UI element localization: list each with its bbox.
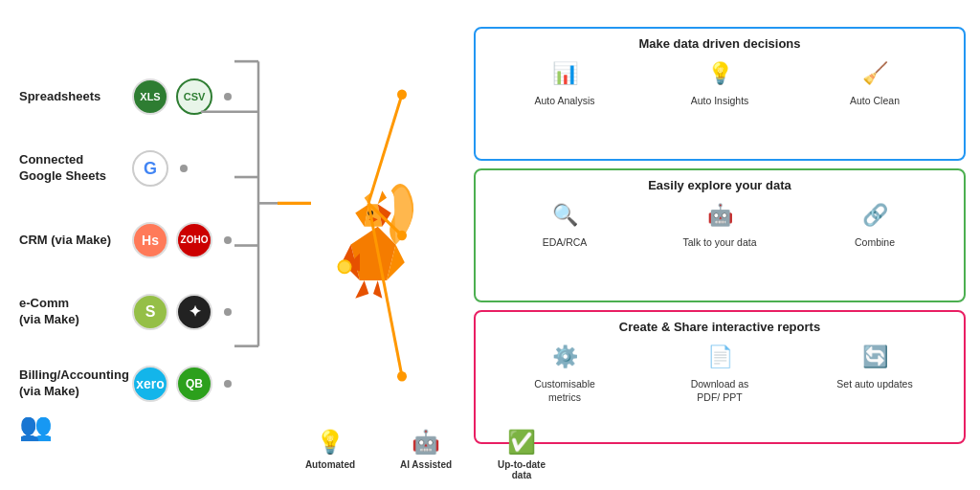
source-row-4: Billing/Accounting (via Make)xeroQB <box>19 360 287 408</box>
connector-dot-1 <box>180 165 188 172</box>
squirrel-illustration <box>311 164 435 307</box>
feature-icons-row-1: 🔍EDA/RCA🤖Talk to your data🔗Combine <box>487 198 952 250</box>
bottom-badges: 💡Automated🤖AI Assisted✅Up-to-date data <box>297 429 555 480</box>
bottom-badge-icon-2: ✅ <box>507 429 536 456</box>
feature-label-0-2: Auto Clean <box>850 95 900 108</box>
feature-item-1-2: 🔗Combine <box>836 198 913 250</box>
feature-item-0-1: 💡Auto Insights <box>681 56 758 108</box>
feature-label-0-1: Auto Insights <box>691 95 749 108</box>
connector-dot-0 <box>224 93 232 100</box>
bottom-left-section: 👥 <box>19 411 287 442</box>
bottom-badge-label-1: AI Assisted <box>400 459 452 470</box>
feature-icons-row-0: 📊Auto Analysis💡Auto Insights🧹Auto Clean <box>487 56 952 108</box>
source-icon-csv: CSV <box>176 78 212 115</box>
feature-item-0-2: 🧹Auto Clean <box>836 56 913 108</box>
svg-point-24 <box>397 90 407 100</box>
feature-icon-2-1: 📄 <box>701 340 739 374</box>
source-label-3: e-Comm (via Make) <box>19 296 124 328</box>
connector-dot-2 <box>224 236 232 244</box>
feature-label-0-0: Auto Analysis <box>534 95 594 108</box>
bottom-badge-1: 🤖AI Assisted <box>392 429 459 470</box>
svg-point-28 <box>397 371 407 382</box>
source-row-2: CRM (via Make)HsZOHO <box>19 216 287 264</box>
source-row-1: Connected Google SheetsG <box>19 145 287 192</box>
feature-icon-0-1: 💡 <box>701 56 739 91</box>
feature-label-2-0: Customisable metrics <box>526 378 603 404</box>
feature-item-0-0: 📊Auto Analysis <box>526 56 603 108</box>
source-icon-google: G <box>132 150 168 187</box>
feature-box-title-0: Make data driven decisions <box>487 36 952 51</box>
source-icon-xls: XLS <box>132 78 168 115</box>
source-row-0: SpreadsheetsXLSCSV <box>19 73 287 121</box>
svg-marker-13 <box>365 190 373 204</box>
feature-label-1-0: EDA/RCA <box>543 236 588 250</box>
feature-icons-row-2: ⚙️Customisable metrics📄Download as PDF/ … <box>487 340 952 404</box>
svg-marker-20 <box>355 280 368 299</box>
source-icon-zoho: ZOHO <box>176 222 212 258</box>
feature-icon-0-0: 📊 <box>546 56 584 91</box>
feature-label-2-2: Set auto updates <box>836 378 912 391</box>
bottom-badge-icon-1: 🤖 <box>412 429 440 456</box>
source-icon-hubspot: Hs <box>132 222 168 258</box>
source-label-1: Connected Google Sheets <box>19 152 124 185</box>
source-label-4: Billing/Accounting (via Make) <box>19 368 124 400</box>
source-row-3: e-Comm (via Make)S✦ <box>19 288 287 336</box>
svg-point-15 <box>368 211 373 216</box>
feature-icon-2-0: ⚙️ <box>546 340 584 374</box>
feature-item-1-1: 🤖Talk to your data <box>681 198 758 250</box>
page-title <box>0 0 980 19</box>
source-icon-quickbooks: QB <box>176 366 212 402</box>
squirrel-panel <box>287 19 459 452</box>
feature-item-2-0: ⚙️Customisable metrics <box>526 340 603 404</box>
right-panel: Make data driven decisions📊Auto Analysis… <box>459 19 980 452</box>
connector-dot-4 <box>224 380 232 388</box>
source-label-0: Spreadsheets <box>19 89 124 105</box>
source-icon-shopify: S <box>132 294 168 330</box>
feature-icon-1-0: 🔍 <box>546 198 584 233</box>
feature-icon-1-2: 🔗 <box>856 198 894 233</box>
feature-icon-0-2: 🧹 <box>856 56 894 91</box>
feature-label-1-1: Talk to your data <box>682 236 756 250</box>
feature-box-blue: Make data driven decisions📊Auto Analysis… <box>474 27 966 161</box>
source-icon-squarespace: ✦ <box>176 294 212 330</box>
feature-item-2-1: 📄Download as PDF/ PPT <box>681 340 758 404</box>
feature-item-2-2: 🔄Set auto updates <box>836 340 913 391</box>
bottom-badge-label-2: Up-to-date data <box>488 459 555 480</box>
left-panel: SpreadsheetsXLSCSVConnected Google Sheet… <box>0 19 287 452</box>
source-label-2: CRM (via Make) <box>19 233 124 249</box>
feature-box-green: Easily explore your data🔍EDA/RCA🤖Talk to… <box>474 168 966 302</box>
svg-point-19 <box>339 261 349 272</box>
connector-dot-3 <box>224 308 232 316</box>
svg-marker-21 <box>373 280 382 299</box>
feature-box-pink: Create & Share interactive reports⚙️Cust… <box>474 310 966 444</box>
bottom-badge-2: ✅Up-to-date data <box>488 429 555 480</box>
svg-marker-14 <box>378 190 387 204</box>
feature-label-1-2: Combine <box>855 236 895 250</box>
bottom-badge-label-0: Automated <box>305 459 355 470</box>
feature-label-2-1: Download as PDF/ PPT <box>681 378 758 404</box>
bottom-badge-0: 💡Automated <box>297 429 364 470</box>
bottom-badge-icon-0: 💡 <box>316 429 345 456</box>
feature-box-title-1: Easily explore your data <box>487 178 952 192</box>
feature-icon-1-1: 🤖 <box>701 198 739 233</box>
feature-box-title-2: Create & Share interactive reports <box>487 320 952 334</box>
feature-item-1-0: 🔍EDA/RCA <box>526 198 603 250</box>
feature-icon-2-2: 🔄 <box>856 340 894 374</box>
people-icon: 👥 <box>19 411 53 442</box>
source-icon-xero: xero <box>132 366 168 402</box>
